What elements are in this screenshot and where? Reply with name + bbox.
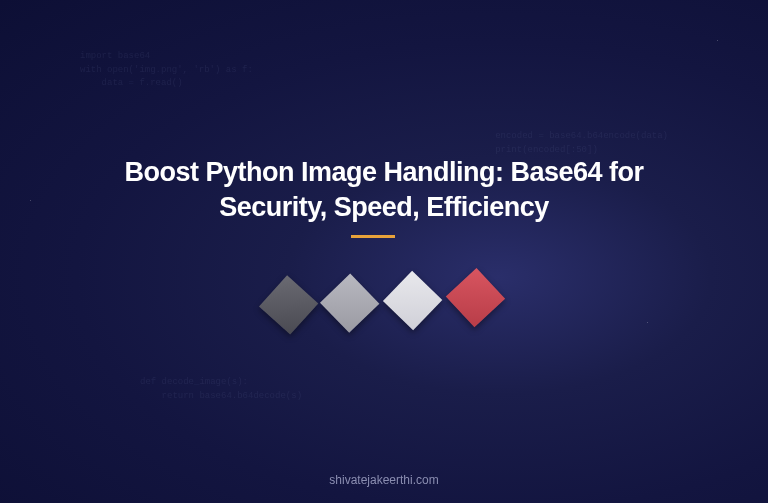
title-underline [351,235,395,238]
decorative-squares [273,278,495,320]
square-icon [259,275,318,334]
page-title: Boost Python Image Handling: Base64 for … [89,155,679,225]
square-icon [446,268,505,327]
footer-domain: shivatejakeerthi.com [0,473,768,487]
square-icon [383,271,442,330]
hero-container: Boost Python Image Handling: Base64 for … [0,0,768,503]
square-icon [320,274,379,333]
